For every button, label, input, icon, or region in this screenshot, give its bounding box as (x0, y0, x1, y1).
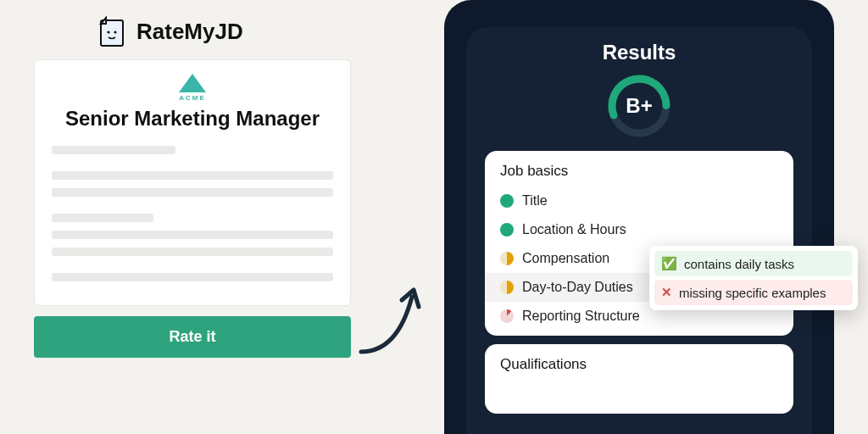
rate-button[interactable]: Rate it (34, 316, 351, 358)
company-logo-icon (179, 74, 206, 92)
results-inner: Results B+ Job basics Title Location & H… (466, 27, 812, 434)
jd-card: ACME Senior Marketing Manager (34, 59, 351, 306)
item-label: Location & Hours (522, 222, 626, 237)
item-label: Reporting Structure (522, 309, 640, 324)
status-dot-full-icon (500, 223, 514, 236)
skeleton-line (52, 146, 175, 154)
skeleton-line (52, 214, 153, 222)
results-title: Results (466, 41, 812, 64)
svg-point-2 (114, 31, 116, 33)
skeleton-line (52, 188, 333, 197)
section-title: Qualifications (485, 356, 793, 380)
skeleton-line (52, 231, 333, 239)
status-dot-full-icon (500, 194, 514, 208)
cross-icon: ✕ (661, 285, 672, 300)
tooltip-ok: ✅ contains daily tasks (654, 251, 853, 276)
list-item[interactable]: Title (485, 186, 793, 215)
list-item[interactable]: Location & Hours (485, 215, 793, 244)
tooltip-ok-text: contains daily tasks (684, 257, 794, 271)
item-label: Day-to-Day Duties (522, 280, 633, 295)
section-title: Job basics (485, 163, 793, 186)
tooltip-bad: ✕ missing specific examples (654, 280, 853, 305)
svg-point-1 (107, 31, 109, 33)
status-dot-low-icon (500, 309, 514, 323)
grade-ring: B+ (606, 73, 672, 139)
skeleton-line (52, 273, 333, 281)
status-dot-partial-icon (500, 281, 514, 294)
item-label: Title (522, 193, 548, 209)
skeleton-line (52, 248, 333, 256)
brand: RateMyJD (97, 15, 356, 47)
arrow-icon (351, 271, 427, 356)
tooltip-bad-text: missing specific examples (679, 286, 826, 300)
company-name: ACME (179, 94, 206, 102)
job-title: Senior Marketing Manager (52, 107, 333, 131)
results-panel: Results B+ Job basics Title Location & H… (444, 0, 834, 434)
tooltip: ✅ contains daily tasks ✕ missing specifi… (649, 246, 858, 310)
logo-icon (97, 15, 128, 47)
status-dot-partial-icon (500, 252, 514, 265)
check-icon: ✅ (661, 256, 677, 271)
item-label: Compensation (522, 251, 609, 266)
skeleton-line (52, 171, 333, 180)
grade-value: B+ (606, 73, 672, 139)
section-qualifications: Qualifications (485, 344, 793, 414)
brand-name: RateMyJD (136, 19, 243, 45)
company-logo: ACME (52, 74, 333, 102)
